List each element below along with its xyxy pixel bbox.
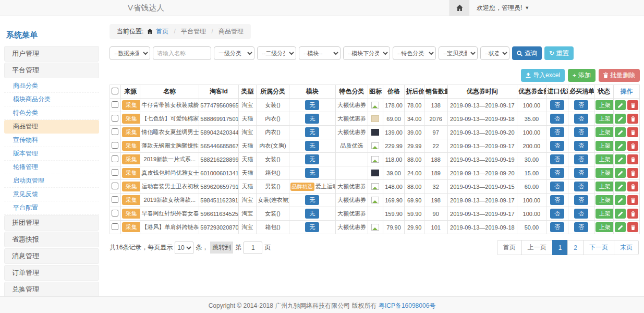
sidebar-item[interactable]: 平台配置 (4, 201, 99, 215)
sidebar-section[interactable]: 用户管理 (4, 46, 99, 62)
status-button[interactable]: 上架 (596, 141, 614, 151)
edit-button[interactable] (615, 195, 626, 205)
status-button[interactable]: 上架 (596, 100, 614, 110)
sidebar-section[interactable]: 省惠快报 (4, 232, 99, 247)
status-button[interactable]: 上架 (596, 195, 614, 205)
must-buy-toggle-button[interactable]: 否 (574, 195, 588, 205)
filter-select[interactable]: --模块下分类-- (343, 46, 390, 60)
page-button[interactable]: 首页 (497, 240, 522, 255)
row-checkbox[interactable] (112, 128, 118, 135)
status-button[interactable]: 上架 (596, 182, 614, 191)
page-button[interactable]: 下一页 (583, 240, 614, 255)
must-buy-toggle-button[interactable]: 否 (574, 222, 588, 232)
status-button[interactable]: 上架 (596, 222, 614, 232)
imported-toggle-button[interactable]: 否 (550, 168, 564, 178)
sidebar-item[interactable]: 轮播管理 (4, 161, 99, 174)
delete-button[interactable] (627, 168, 638, 178)
status-button[interactable]: 上架 (596, 168, 614, 178)
page-button[interactable]: 2 (567, 240, 584, 255)
edit-button[interactable] (615, 154, 626, 164)
search-button[interactable]: 查询 (512, 46, 542, 60)
edit-button[interactable] (615, 168, 626, 178)
imported-toggle-button[interactable]: 否 (550, 222, 564, 232)
must-buy-toggle-button[interactable]: 否 (574, 209, 588, 219)
row-checkbox[interactable] (112, 183, 118, 189)
sidebar-item[interactable]: 模块商品分类 (4, 93, 99, 106)
sidebar-section[interactable]: 拼团管理 (4, 215, 99, 231)
edit-button[interactable] (615, 100, 626, 110)
delete-button[interactable] (627, 100, 638, 110)
imported-toggle-button[interactable]: 否 (550, 182, 564, 191)
delete-button[interactable] (627, 182, 638, 191)
user-menu[interactable]: 欢迎您，管理员! ▼ (469, 4, 537, 13)
imported-toggle-button[interactable]: 否 (550, 114, 564, 124)
add-button[interactable]: + 添加 (568, 69, 596, 82)
must-buy-toggle-button[interactable]: 否 (574, 154, 588, 164)
edit-button[interactable] (615, 127, 626, 137)
must-buy-toggle-button[interactable]: 否 (574, 114, 588, 124)
row-checkbox[interactable] (112, 142, 118, 149)
status-button[interactable]: 上架 (596, 114, 614, 124)
must-buy-toggle-button[interactable]: 否 (574, 168, 588, 178)
per-page-select[interactable]: 10 (175, 242, 193, 254)
row-checkbox[interactable] (112, 115, 118, 122)
edit-button[interactable] (615, 182, 626, 191)
status-button[interactable]: 上架 (596, 154, 614, 164)
sidebar-item[interactable]: 特色分类 (4, 106, 99, 120)
status-button[interactable]: 上架 (596, 209, 614, 219)
status-button[interactable]: 上架 (596, 127, 614, 137)
name-search-input[interactable] (153, 46, 211, 60)
row-checkbox[interactable] (112, 101, 118, 108)
delete-button[interactable] (627, 141, 638, 151)
reset-button[interactable]: ↻ 重置 (544, 46, 574, 60)
filter-select[interactable]: --模块-- (299, 46, 341, 60)
sidebar-item[interactable]: 启动页管理 (4, 174, 99, 188)
filter-select[interactable]: --宝贝类型-- (439, 46, 478, 60)
icp-link[interactable]: 粤ICP备16098006号 (379, 302, 435, 309)
sidebar-section[interactable]: 兑换管理 (4, 282, 99, 297)
must-buy-toggle-button[interactable]: 否 (574, 182, 588, 191)
imported-toggle-button[interactable]: 否 (550, 141, 564, 151)
page-number-input[interactable] (244, 242, 262, 254)
delete-button[interactable] (627, 195, 638, 205)
filter-select[interactable]: --数据来源-- (110, 46, 150, 60)
must-buy-toggle-button[interactable]: 否 (574, 127, 588, 137)
row-checkbox[interactable] (112, 196, 118, 203)
delete-button[interactable] (627, 209, 638, 219)
imported-toggle-button[interactable]: 否 (550, 209, 564, 219)
row-checkbox[interactable] (112, 223, 118, 230)
sidebar-item[interactable]: 宣传物料 (4, 134, 99, 147)
edit-button[interactable] (615, 141, 626, 151)
imported-toggle-button[interactable]: 否 (550, 154, 564, 164)
imported-toggle-button[interactable]: 否 (550, 195, 564, 205)
batch-delete-button[interactable]: 批量删除 (599, 69, 640, 82)
imported-toggle-button[interactable]: 否 (550, 100, 564, 110)
sidebar-item[interactable]: 版本管理 (4, 147, 99, 161)
page-button[interactable]: 末页 (614, 240, 639, 255)
sidebar-item[interactable]: 商品分类 (4, 79, 99, 93)
row-checkbox[interactable] (112, 210, 118, 216)
select-all-checkbox[interactable] (112, 88, 118, 94)
delete-button[interactable] (627, 127, 638, 137)
must-buy-toggle-button[interactable]: 否 (574, 100, 588, 110)
jump-to-label[interactable]: 跳转到 (210, 242, 233, 254)
sidebar-item[interactable]: 意见反馈 (4, 188, 99, 201)
delete-button[interactable] (627, 114, 638, 124)
filter-select[interactable]: --状态-- (480, 46, 509, 60)
page-button[interactable]: 上一页 (521, 240, 553, 255)
sidebar-section[interactable]: 订单管理 (4, 265, 99, 281)
filter-select[interactable]: 一级分类 (214, 46, 254, 60)
filter-select[interactable]: --二级分类-- (257, 46, 296, 60)
breadcrumb-home-link[interactable]: 首页 (156, 28, 168, 35)
row-checkbox[interactable] (112, 169, 118, 176)
edit-button[interactable] (615, 114, 626, 124)
sidebar-section[interactable]: 消息管理 (4, 248, 99, 264)
sidebar-item[interactable]: 商品管理 (4, 120, 99, 134)
delete-button[interactable] (627, 154, 638, 164)
delete-button[interactable] (627, 222, 638, 232)
imported-toggle-button[interactable]: 否 (550, 127, 564, 137)
home-button[interactable] (449, 0, 469, 16)
edit-button[interactable] (615, 209, 626, 219)
filter-select[interactable]: --特色分类-- (393, 46, 436, 60)
import-excel-button[interactable]: 导入excel (521, 69, 565, 82)
